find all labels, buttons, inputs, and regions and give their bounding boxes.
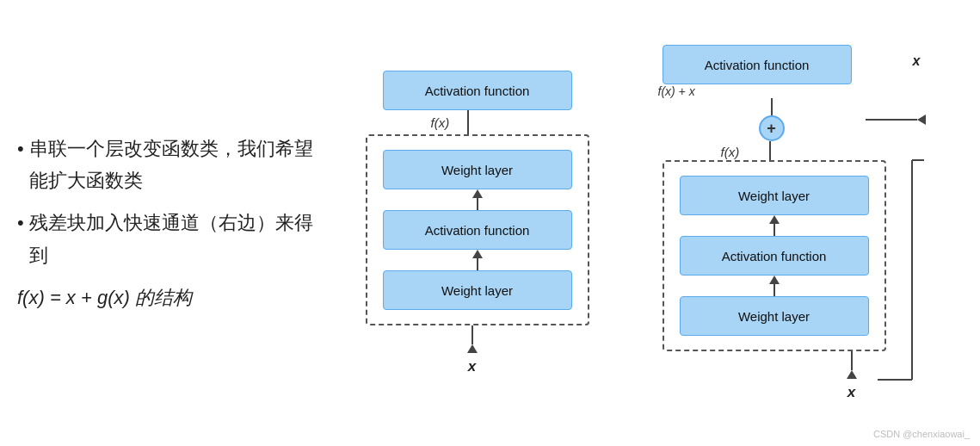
- right-dashed-wrapper: Weight layer Activation function Weight …: [637, 160, 929, 351]
- left-inner-arrow-2: [472, 250, 483, 270]
- bullet-dot-1: •: [17, 133, 24, 164]
- watermark: CSDN @chenxiaowai_: [873, 429, 970, 439]
- right-arrow-above-plus: [771, 98, 773, 115]
- right-skip-arrow: [866, 115, 926, 125]
- right-inner-arrow-1: [769, 215, 780, 236]
- diagrams-wrapper: Activation function f(x) Weight layer: [344, 45, 963, 401]
- left-top-activation: Activation function: [383, 71, 572, 110]
- right-top-activation: Activation function: [663, 45, 852, 84]
- left-diagram: Activation function f(x) Weight layer: [366, 71, 589, 375]
- right-fxplusx-label: f(x) + x: [658, 84, 695, 98]
- left-weight-layer-top: Weight layer: [383, 150, 572, 189]
- formula-text: f(x) = x + g(x) 的结构: [17, 282, 327, 313]
- main-container: • 串联一个层改变函数类，我们希望能扩大函数类 • 残差块加入快速通道（右边）来…: [0, 0, 980, 446]
- bullet-dot-2: •: [17, 207, 24, 238]
- left-top-arrow: [467, 110, 469, 134]
- left-inner-arrow-1: [472, 189, 483, 210]
- right-diagram: Activation function x f(x) + x: [624, 45, 942, 401]
- bullet-2: • 残差块加入快速通道（右边）来得到: [17, 207, 327, 271]
- right-weight-layer-top: Weight layer: [680, 176, 869, 215]
- right-dashed-box: Weight layer Activation function Weight …: [663, 160, 886, 351]
- text-panel: • 串联一个层改变函数类，我们希望能扩大函数类 • 残差块加入快速通道（右边）来…: [17, 133, 327, 314]
- right-plus-circle: +: [759, 115, 785, 141]
- bullet-1-text: 串联一个层改变函数类，我们希望能扩大函数类: [29, 133, 327, 197]
- bullet-1: • 串联一个层改变函数类，我们希望能扩大函数类: [17, 133, 327, 197]
- right-x-label: x: [847, 384, 855, 401]
- right-arrow-dashed-to-plus: [769, 141, 771, 160]
- right-bottom-arrow: [847, 351, 857, 379]
- right-inner-arrow-2: [769, 276, 780, 296]
- left-fx-label: f(x): [431, 115, 450, 130]
- left-weight-layer-bottom: Weight layer: [383, 270, 572, 310]
- right-fx-label: f(x): [721, 145, 740, 159]
- right-weight-layer-bottom: Weight layer: [680, 296, 869, 336]
- left-activation-mid: Activation function: [383, 210, 572, 250]
- right-activation-mid: Activation function: [680, 236, 869, 276]
- left-x-label: x: [468, 358, 476, 375]
- right-x-skip-label: x: [913, 53, 921, 69]
- bullet-2-text: 残差块加入快速通道（右边）来得到: [29, 207, 327, 271]
- left-bottom-arrow: [467, 325, 478, 353]
- left-dashed-box: Weight layer Activation function: [366, 134, 589, 325]
